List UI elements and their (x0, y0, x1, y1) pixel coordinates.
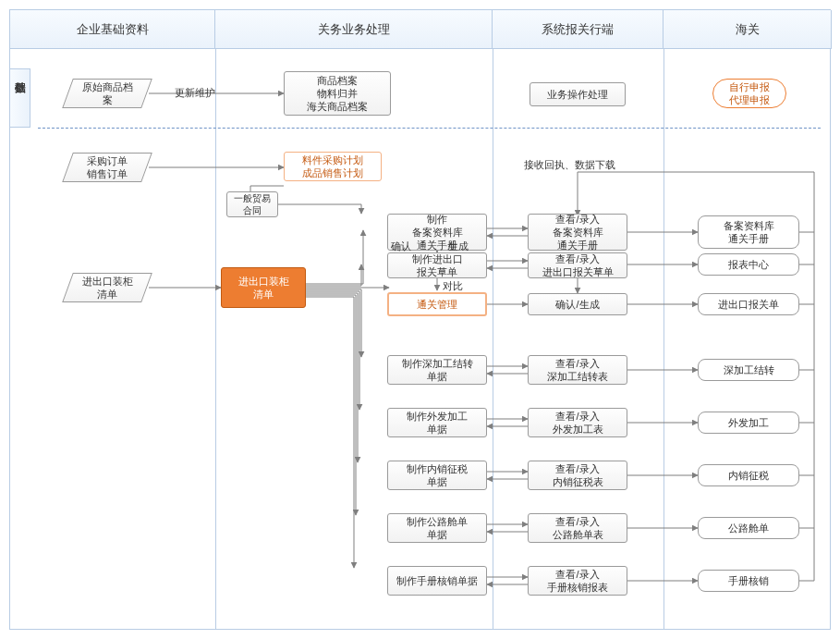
box-make-manifest: 制作公路舱单单据 (387, 513, 487, 543)
box-view-draft: 查看/录入进出口报关草单 (528, 252, 627, 278)
flow-diagram: 企业基础资料 关务业务处理 系统报关行端 海关 基础数据 (9, 9, 831, 630)
para-raw-product-file: 原始商品档案 (62, 79, 152, 108)
round-deep: 深加工结转 (698, 359, 799, 381)
col-head-4: 海关 (663, 10, 832, 49)
label-receive-download: 接收回执、数据下载 (524, 158, 615, 172)
label-update-maintain: 更新维护 (175, 86, 215, 100)
box-ops: 业务操作处理 (530, 82, 626, 106)
round-report-center: 报表中心 (698, 253, 799, 276)
box-view-outsend: 查看/录入外发加工表 (528, 408, 627, 437)
col-sep-1 (215, 49, 216, 629)
para-orders: 采购订单销售订单 (62, 153, 152, 182)
col-sep-2 (493, 49, 493, 629)
round-writeoff: 手册核销 (698, 570, 799, 592)
dashed-separator (38, 128, 821, 129)
box-make-domestic: 制作内销征税单据 (387, 461, 487, 490)
col-sep-3 (663, 49, 664, 629)
round-domestic: 内销征税 (698, 464, 799, 486)
col-head-1: 企业基础资料 (10, 10, 215, 49)
col-head-2: 关务业务处理 (215, 10, 493, 49)
col-head-3: 系统报关行端 (493, 10, 663, 49)
round-manifest: 公路舱单 (698, 517, 799, 539)
orange-customs-manage: 通关管理 (387, 292, 487, 316)
box-view-register: 查看/录入备案资料库通关手册 (528, 214, 627, 251)
box-make-outsend: 制作外发加工单据 (387, 408, 487, 437)
row-label-basic-data: 基础数据 (9, 68, 30, 128)
pill-declare: 自行申报代理申报 (712, 79, 786, 108)
box-make-deep: 制作深加工结转单据 (387, 355, 487, 385)
box-view-manifest: 查看/录入公路舱单表 (528, 513, 627, 543)
box-archive: 商品档案物料归并海关商品档案 (284, 71, 391, 116)
box-make-writeoff: 制作手册核销单据 (387, 566, 487, 596)
label-compare: 对比 (443, 279, 463, 293)
box-make-draft: 制作进出口报关草单 (387, 252, 487, 278)
round-declaration: 进出口报关单 (698, 293, 799, 315)
round-outsend: 外发加工 (698, 412, 799, 434)
box-general-trade: 一般贸易合同 (226, 191, 278, 217)
box-view-writeoff: 查看/录入手册核销报表 (528, 566, 627, 596)
box-view-domestic: 查看/录入内销征税表 (528, 461, 627, 490)
box-make-register: 制作备案资料库通关手册 (387, 214, 487, 251)
box-view-deep: 查看/录入深加工结转表 (528, 355, 627, 385)
orange-container-list: 进出口装柜清单 (221, 267, 306, 308)
box-confirm-generate: 确认/生成 (528, 293, 627, 315)
round-register: 备案资料库通关手册 (698, 215, 799, 249)
para-container-list: 进出口装柜清单 (62, 273, 152, 302)
orange-plan: 料件采购计划成品销售计划 (284, 152, 382, 181)
